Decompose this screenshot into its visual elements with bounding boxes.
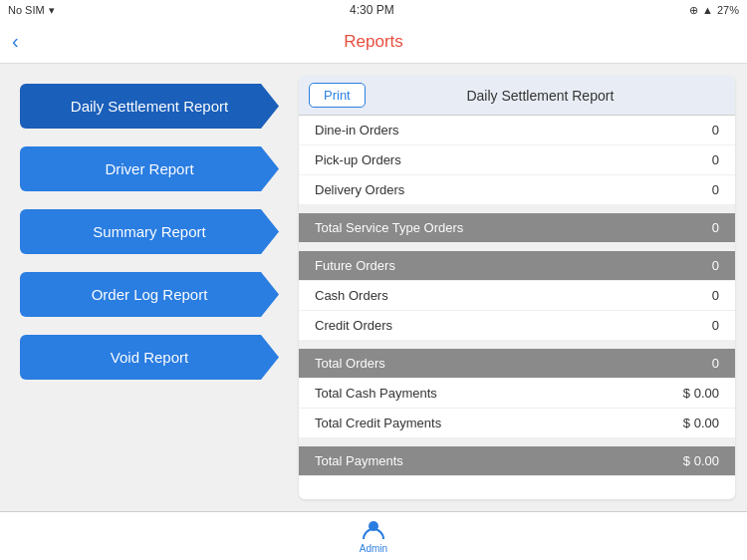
report-body: Dine-in Orders0Pick-up Orders0Delivery O…: [299, 116, 735, 476]
report-section-row: Total Payments$ 0.00: [299, 446, 735, 476]
row-spacer: [299, 341, 735, 349]
report-section-row: Future Orders0: [299, 251, 735, 281]
section-label: Total Orders: [315, 356, 385, 371]
tab-bar: Admin: [0, 511, 747, 560]
report-header: Print Daily Settlement Report: [299, 76, 735, 116]
sidebar: Daily Settlement Report Driver Report Su…: [0, 64, 299, 511]
data-label: Credit Orders: [315, 318, 392, 333]
main-content: Daily Settlement Report Driver Report Su…: [0, 64, 747, 511]
battery-text: 27%: [717, 4, 739, 16]
btn-void-report[interactable]: Void Report: [20, 335, 279, 380]
report-data-row: Total Cash Payments$ 0.00: [299, 379, 735, 409]
nav-title: Reports: [344, 32, 403, 52]
section-value: $ 0.00: [683, 453, 719, 468]
admin-icon: [361, 519, 386, 541]
data-value: 0: [712, 288, 719, 303]
location-icon: ⊕: [689, 4, 698, 17]
status-left: No SIM ▾: [8, 4, 55, 17]
data-value: $ 0.00: [683, 386, 719, 401]
data-label: Total Cash Payments: [315, 386, 437, 401]
tab-admin-label: Admin: [360, 543, 387, 554]
report-panel: Print Daily Settlement Report Dine-in Or…: [299, 76, 735, 499]
row-spacer: [299, 438, 735, 446]
data-value: 0: [712, 318, 719, 333]
data-value: 0: [712, 182, 719, 197]
nav-bar: ‹ Reports: [0, 20, 747, 64]
section-label: Total Service Type Orders: [315, 220, 463, 235]
data-value: 0: [712, 152, 719, 167]
section-label: Total Payments: [315, 453, 403, 468]
section-value: 0: [712, 220, 719, 235]
data-label: Pick-up Orders: [315, 152, 401, 167]
data-value: 0: [712, 123, 719, 138]
report-data-row: Dine-in Orders0: [299, 116, 735, 145]
data-value: $ 0.00: [683, 416, 719, 430]
btn-driver-report[interactable]: Driver Report: [20, 146, 279, 191]
data-label: Total Credit Payments: [315, 416, 441, 430]
tab-admin[interactable]: Admin: [340, 519, 407, 554]
btn-summary-report[interactable]: Summary Report: [20, 209, 279, 254]
report-section-row: Total Service Type Orders0: [299, 213, 735, 243]
row-spacer: [299, 243, 735, 251]
data-label: Cash Orders: [315, 288, 388, 303]
status-time: 4:30 PM: [350, 3, 394, 17]
btn-daily-settlement[interactable]: Daily Settlement Report: [20, 84, 279, 129]
data-label: Dine-in Orders: [315, 123, 399, 138]
report-data-row: Pick-up Orders0: [299, 145, 735, 175]
section-value: 0: [712, 258, 719, 273]
status-bar: No SIM ▾ 4:30 PM ⊕ ▲ 27%: [0, 0, 747, 20]
report-header-title: Daily Settlement Report: [375, 88, 735, 104]
btn-order-log-report[interactable]: Order Log Report: [20, 272, 279, 317]
carrier-text: No SIM: [8, 4, 45, 16]
report-data-row: Total Credit Payments$ 0.00: [299, 409, 735, 438]
section-value: 0: [712, 356, 719, 371]
report-data-row: Delivery Orders0: [299, 175, 735, 205]
data-label: Delivery Orders: [315, 182, 404, 197]
print-button[interactable]: Print: [309, 83, 366, 108]
report-data-row: Cash Orders0: [299, 281, 735, 311]
signal-icon: ▾: [49, 4, 55, 17]
status-right: ⊕ ▲ 27%: [689, 4, 739, 17]
back-button[interactable]: ‹: [12, 30, 19, 53]
report-data-row: Credit Orders0: [299, 311, 735, 341]
wifi-icon: ▲: [702, 4, 713, 16]
row-spacer: [299, 205, 735, 213]
section-label: Future Orders: [315, 258, 395, 273]
report-section-row: Total Orders0: [299, 349, 735, 379]
